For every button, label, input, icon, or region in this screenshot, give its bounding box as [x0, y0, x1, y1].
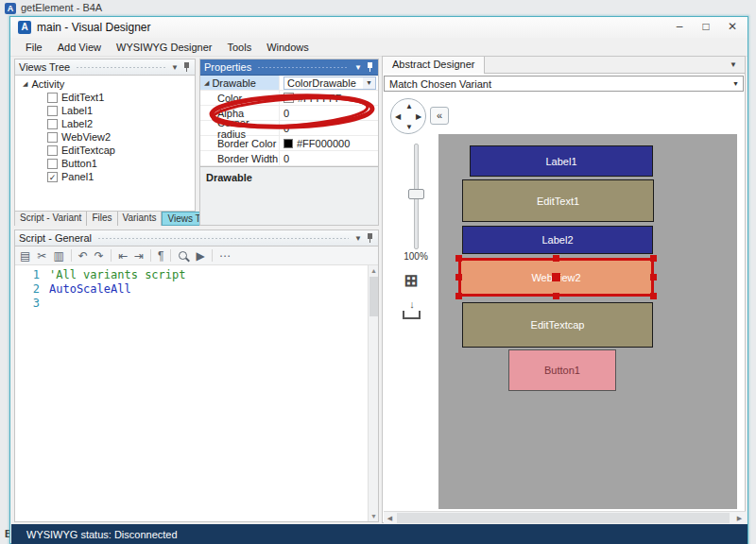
view-edittextcap[interactable]: EditTextcap: [462, 302, 653, 348]
menu-add-view[interactable]: Add View: [50, 40, 109, 55]
property-value[interactable]: 0: [284, 108, 289, 119]
tree-node-edittext1[interactable]: EditText1: [15, 91, 195, 104]
checkbox[interactable]: [47, 132, 58, 143]
property-row-border-width[interactable]: Border Width 0: [200, 151, 378, 166]
copy-icon[interactable]: ▥: [53, 247, 63, 264]
view-button1[interactable]: Button1: [508, 349, 616, 391]
view-label2[interactable]: Label2: [462, 226, 653, 254]
panel-menu-icon[interactable]: ▼: [722, 57, 745, 73]
view-edittext1[interactable]: EditText1: [462, 179, 654, 222]
resize-handle[interactable]: [455, 255, 462, 262]
variant-selector-combo[interactable]: Match Chosen Variant ▼: [384, 76, 744, 92]
indent-icon[interactable]: ⇥: [134, 247, 144, 264]
paste-icon[interactable]: ▤: [20, 247, 30, 264]
checkbox[interactable]: [47, 145, 58, 156]
scrollbar-thumb[interactable]: [397, 513, 730, 523]
property-value[interactable]: #FFFFFF: [298, 93, 341, 104]
menu-wysiwyg-designer[interactable]: WYSIWYG Designer: [109, 40, 219, 55]
resize-handle[interactable]: [455, 274, 462, 280]
send-to-device-icon[interactable]: ↓: [401, 300, 423, 319]
property-row-border-color[interactable]: Border Color #FF000000: [200, 136, 378, 151]
nav-down-icon[interactable]: ▼: [405, 124, 413, 131]
close-button[interactable]: ✕: [719, 18, 746, 36]
tree-node-webview2[interactable]: WebView2: [15, 130, 195, 144]
property-value[interactable]: 0: [284, 153, 289, 164]
run-icon[interactable]: ▶: [196, 247, 204, 264]
property-row-drawable[interactable]: ◢ Drawable ColorDrawable ▼: [200, 76, 378, 91]
checkbox[interactable]: [47, 119, 58, 129]
property-value[interactable]: #FF000000: [297, 138, 350, 149]
nav-up-icon[interactable]: ▲: [405, 103, 413, 110]
checkbox[interactable]: [47, 93, 58, 103]
navigation-pad[interactable]: ▲ ▼ ◀ ▶: [390, 98, 426, 134]
menu-file[interactable]: File: [18, 40, 50, 55]
scroll-right-icon[interactable]: ▶: [733, 512, 746, 524]
search-icon[interactable]: [178, 250, 189, 262]
scroll-left-icon[interactable]: ◀: [384, 512, 396, 524]
outdent-icon[interactable]: ⇤: [118, 247, 128, 264]
resize-handle[interactable]: [455, 293, 462, 299]
chevron-down-icon[interactable]: ▼: [729, 76, 743, 91]
pin-icon[interactable]: [182, 61, 191, 73]
comment-icon[interactable]: ¶: [158, 247, 163, 264]
property-row-color[interactable]: Color ✓ #FFFFFF: [200, 91, 378, 106]
canvas-horizontal-scrollbar[interactable]: ◀ ▶: [384, 511, 746, 523]
tree-node-edittextcap[interactable]: EditTextcap: [15, 144, 195, 157]
view-webview2-selected[interactable]: WebView2: [458, 258, 654, 297]
scroll-down-icon[interactable]: ▼: [369, 511, 379, 521]
tree-node-panel1[interactable]: ✓ Panel1: [15, 170, 195, 183]
titlebar[interactable]: A main - Visual Designer – □ ✕: [10, 17, 747, 38]
grid-icon[interactable]: ⊞: [398, 268, 424, 293]
property-group-cell[interactable]: ◢ Drawable: [200, 76, 280, 90]
property-value[interactable]: 0: [284, 123, 289, 134]
view-label1[interactable]: Label1: [470, 145, 653, 177]
move-handle[interactable]: [552, 273, 560, 281]
checkbox[interactable]: ✓: [47, 172, 58, 182]
color-swatch[interactable]: [284, 139, 293, 148]
zoom-slider-thumb[interactable]: [408, 189, 424, 199]
pin-icon[interactable]: [366, 61, 374, 73]
undo-icon[interactable]: ↶: [78, 247, 88, 264]
expander-icon[interactable]: ◢: [23, 80, 27, 88]
menu-tools[interactable]: Tools: [219, 40, 259, 55]
nav-left-icon[interactable]: ◀: [395, 113, 401, 121]
resize-handle[interactable]: [553, 255, 559, 262]
color-enabled-checkbox[interactable]: ✓: [284, 93, 294, 103]
nav-right-icon[interactable]: ▶: [416, 113, 421, 121]
property-row-corner-radius[interactable]: Corner radius 0: [200, 121, 378, 136]
tree-node-activity[interactable]: ◢ Activity: [15, 77, 195, 91]
designer-canvas[interactable]: Label1 EditText1 Label2 WebView2: [438, 134, 737, 509]
resize-handle[interactable]: [650, 293, 657, 299]
checkbox[interactable]: [47, 159, 58, 169]
tab-script-variant[interactable]: Script - Variant: [15, 212, 87, 226]
tree-node-label2[interactable]: Label2: [15, 117, 195, 130]
tab-files[interactable]: Files: [87, 212, 117, 226]
panel-menu-icon[interactable]: ▼: [354, 63, 362, 72]
tab-abstract-designer[interactable]: Abstract Designer: [383, 57, 485, 74]
tab-variants[interactable]: Variants: [118, 212, 163, 226]
pin-icon[interactable]: [366, 232, 374, 244]
editor-scrollbar[interactable]: ▲ ▼: [368, 265, 378, 521]
tree-node-label1[interactable]: Label1: [15, 104, 195, 117]
resize-handle[interactable]: [650, 274, 657, 280]
more-icon[interactable]: ⋯: [219, 247, 231, 264]
maximize-button[interactable]: □: [693, 18, 719, 36]
menu-windows[interactable]: Windows: [259, 40, 317, 55]
drawable-type-combo[interactable]: ColorDrawable ▼: [284, 76, 376, 90]
collapse-button[interactable]: «: [430, 107, 449, 125]
scrollbar-thumb[interactable]: [369, 277, 378, 316]
checkbox[interactable]: [47, 106, 58, 116]
resize-handle[interactable]: [650, 255, 657, 262]
chevron-down-icon[interactable]: ▼: [363, 77, 375, 89]
expander-icon[interactable]: ◢: [204, 79, 209, 87]
panel-menu-icon[interactable]: ▼: [354, 234, 362, 243]
redo-icon[interactable]: ↷: [94, 247, 104, 264]
views-tree-title: Views Tree: [19, 61, 70, 73]
minimize-button[interactable]: –: [666, 18, 693, 36]
tree-node-button1[interactable]: Button1: [15, 157, 195, 170]
panel-menu-icon[interactable]: ▼: [171, 63, 179, 72]
code-editor[interactable]: 1 'All variants script 2 AutoScaleAll 3: [15, 265, 369, 521]
scroll-up-icon[interactable]: ▲: [369, 265, 379, 276]
cut-icon[interactable]: ✂: [37, 247, 46, 264]
resize-handle[interactable]: [553, 293, 559, 299]
